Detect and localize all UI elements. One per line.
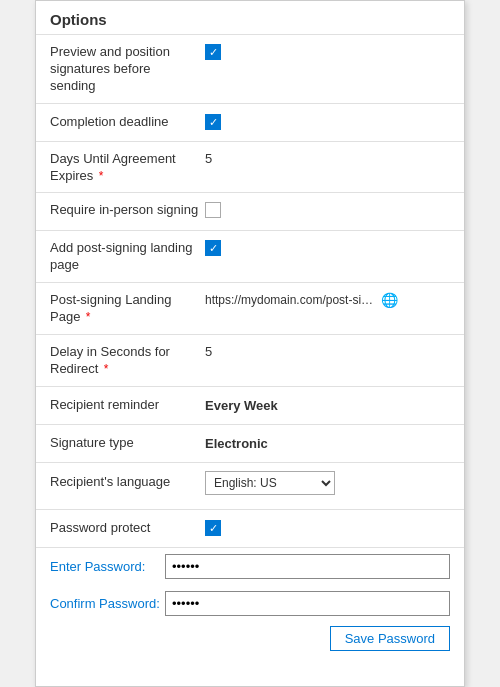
options-panel: Options Preview and position signatures … xyxy=(35,0,465,687)
checkmark-preview-signatures: ✓ xyxy=(209,47,218,58)
label-recipients-language: Recipient's language xyxy=(50,474,205,491)
options-list: Preview and position signatures before s… xyxy=(36,34,464,686)
enter-password-label: Enter Password: xyxy=(50,559,165,574)
value-password-protect: ✓ xyxy=(205,520,450,536)
label-signature-type: Signature type xyxy=(50,435,205,452)
confirm-password-input[interactable] xyxy=(165,591,450,616)
option-row-post-signing-landing: Add post-signing landing page ✓ xyxy=(36,230,464,282)
label-in-person: Require in-person signing xyxy=(50,202,205,219)
option-row-post-signing-url: Post-signing Landing Page * https://mydo… xyxy=(36,282,464,334)
checkmark-completion-deadline: ✓ xyxy=(209,117,218,128)
required-days-expires: * xyxy=(95,169,103,183)
value-delay-redirect: 5 xyxy=(205,344,450,359)
label-days-expires: Days Until Agreement Expires * xyxy=(50,151,205,185)
option-row-in-person: Require in-person signing xyxy=(36,192,464,230)
label-post-signing-url: Post-signing Landing Page * xyxy=(50,292,205,326)
label-post-signing-landing: Add post-signing landing page xyxy=(50,240,205,274)
label-delay-redirect: Delay in Seconds for Redirect * xyxy=(50,344,205,378)
password-section: Enter Password: Confirm Password: Save P… xyxy=(36,547,464,657)
label-recipient-reminder: Recipient reminder xyxy=(50,397,205,414)
label-completion-deadline: Completion deadline xyxy=(50,114,205,131)
option-row-signature-type: Signature type Electronic xyxy=(36,424,464,462)
value-post-signing-landing: ✓ xyxy=(205,240,450,256)
checkmark-post-signing-landing: ✓ xyxy=(209,243,218,254)
url-text: https://mydomain.com/post-signi... xyxy=(205,293,375,307)
checkbox-post-signing-landing[interactable]: ✓ xyxy=(205,240,221,256)
label-password-protect: Password protect xyxy=(50,520,205,537)
enter-password-wrap xyxy=(165,554,450,579)
confirm-password-wrap xyxy=(165,591,450,616)
value-completion-deadline: ✓ xyxy=(205,114,450,130)
password-enter-row: Enter Password: xyxy=(36,548,464,585)
option-row-preview-signatures: Preview and position signatures before s… xyxy=(36,34,464,103)
checkbox-password-protect[interactable]: ✓ xyxy=(205,520,221,536)
value-post-signing-url: https://mydomain.com/post-signi... 🌐 xyxy=(205,292,450,308)
value-recipient-reminder: Every Week xyxy=(205,398,450,413)
option-row-recipient-reminder: Recipient reminder Every Week xyxy=(36,386,464,424)
option-row-password-protect: Password protect ✓ xyxy=(36,509,464,547)
option-row-recipients-language: Recipient's language English: US Spanish… xyxy=(36,462,464,503)
value-recipients-language: English: US Spanish French German Italia… xyxy=(205,471,450,495)
save-password-button[interactable]: Save Password xyxy=(330,626,450,651)
label-preview-signatures: Preview and position signatures before s… xyxy=(50,44,205,95)
checkmark-password-protect: ✓ xyxy=(209,523,218,534)
option-row-completion-deadline: Completion deadline ✓ xyxy=(36,103,464,141)
value-signature-type: Electronic xyxy=(205,436,450,451)
confirm-password-label: Confirm Password: xyxy=(50,596,165,611)
save-password-row: Save Password xyxy=(36,622,464,657)
checkbox-preview-signatures[interactable]: ✓ xyxy=(205,44,221,60)
enter-password-input[interactable] xyxy=(165,554,450,579)
panel-title: Options xyxy=(36,1,464,34)
language-select[interactable]: English: US Spanish French German Italia… xyxy=(205,471,335,495)
required-post-signing-url: * xyxy=(82,310,90,324)
value-preview-signatures: ✓ xyxy=(205,44,450,60)
option-row-days-expires: Days Until Agreement Expires * 5 xyxy=(36,141,464,193)
globe-icon[interactable]: 🌐 xyxy=(381,292,398,308)
option-row-delay-redirect: Delay in Seconds for Redirect * 5 xyxy=(36,334,464,386)
value-in-person xyxy=(205,202,450,218)
checkbox-in-person[interactable] xyxy=(205,202,221,218)
checkbox-completion-deadline[interactable]: ✓ xyxy=(205,114,221,130)
value-days-expires: 5 xyxy=(205,151,450,166)
password-confirm-row: Confirm Password: xyxy=(36,585,464,622)
required-delay-redirect: * xyxy=(100,362,108,376)
